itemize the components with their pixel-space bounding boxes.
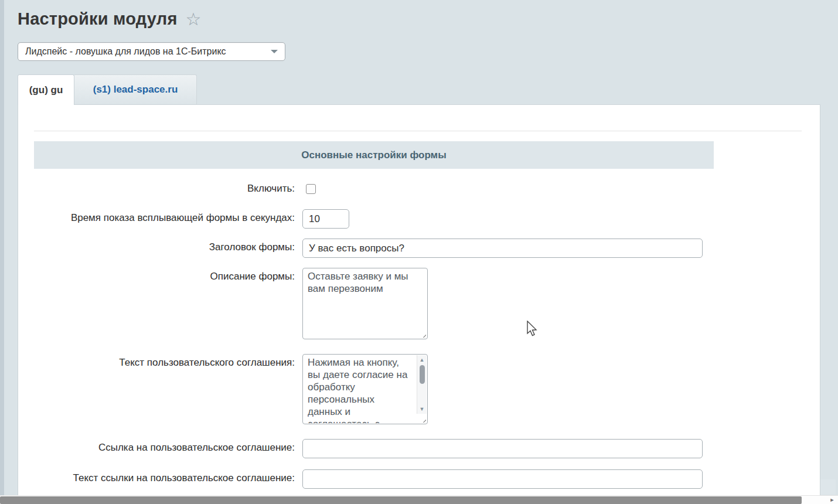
agreement-link-input[interactable] bbox=[302, 439, 703, 458]
dropdown-arrow-icon bbox=[271, 50, 278, 53]
resize-grip-icon[interactable] bbox=[420, 332, 426, 338]
agreement-link-text-label: Текст ссылки на пользовательское соглаше… bbox=[18, 469, 302, 484]
horizontal-scrollbar-thumb[interactable] bbox=[0, 496, 802, 504]
form-row-description: Описание формы: Оставьте заявку и мы вам… bbox=[18, 268, 820, 339]
settings-form: Включить: Время показа всплывающей формы… bbox=[18, 180, 820, 489]
scroll-up-icon[interactable]: ▲ bbox=[417, 355, 427, 365]
page-header: Настройки модуля ☆ bbox=[18, 9, 201, 29]
show-time-input[interactable] bbox=[302, 209, 349, 229]
scrollbar-thumb[interactable] bbox=[420, 365, 425, 384]
settings-panel: Основные настройки формы Включить: Время… bbox=[18, 104, 820, 495]
left-edge-strip bbox=[0, 0, 4, 495]
form-row-agreement-link-text: Текст ссылки на пользовательское соглаше… bbox=[18, 469, 820, 489]
form-row-agreement-text: Текст пользовательского соглашения: Нажи… bbox=[18, 354, 820, 424]
enable-checkbox[interactable] bbox=[306, 184, 316, 194]
agreement-textarea[interactable]: Нажимая на кнопку, вы даете согласие на … bbox=[302, 354, 428, 424]
scroll-down-icon[interactable]: ▼ bbox=[417, 404, 427, 414]
description-textarea[interactable]: Оставьте заявку и мы вам перезвоним bbox=[302, 268, 428, 339]
tab-lead-space[interactable]: (s1) lead-space.ru bbox=[74, 74, 197, 104]
form-row-agreement-link: Ссылка на пользовательское соглашение: bbox=[18, 439, 820, 458]
section-header: Основные настройки формы bbox=[34, 141, 714, 169]
form-title-input[interactable] bbox=[302, 239, 703, 258]
agreement-text-label: Текст пользовательского соглашения: bbox=[18, 354, 302, 369]
module-select-dropdown[interactable]: Лидспейс - ловушка для лидов на 1С-Битри… bbox=[18, 42, 285, 61]
agreement-text: Нажимая на кнопку, вы даете согласие на … bbox=[308, 356, 415, 423]
horizontal-scrollbar[interactable]: ► bbox=[0, 495, 838, 504]
site-tabs: (gu) gu (s1) lead-space.ru bbox=[18, 74, 197, 104]
description-text: Оставьте заявку и мы вам перезвоним bbox=[308, 270, 415, 338]
favorite-star-icon[interactable]: ☆ bbox=[186, 9, 202, 29]
form-row-show-time: Время показа всплывающей формы в секунда… bbox=[18, 209, 820, 229]
description-label: Описание формы: bbox=[18, 268, 302, 282]
scrollbar-track[interactable] bbox=[417, 365, 427, 404]
top-divider bbox=[34, 131, 802, 131]
scroll-right-icon[interactable]: ► bbox=[827, 496, 837, 504]
form-row-enable: Включить: bbox=[18, 180, 820, 199]
scroll-corner bbox=[820, 479, 836, 495]
agreement-link-label: Ссылка на пользовательское соглашение: bbox=[18, 439, 302, 454]
module-select-value: Лидспейс - ловушка для лидов на 1С-Битри… bbox=[25, 46, 266, 57]
agreement-link-text-input[interactable] bbox=[302, 469, 703, 489]
textarea-vertical-scrollbar: ▲ ▼ bbox=[417, 355, 427, 414]
show-time-label: Время показа всплывающей формы в секунда… bbox=[18, 209, 302, 224]
tab-lead-space-label: (s1) lead-space.ru bbox=[93, 84, 178, 96]
tab-gu-label: (gu) gu bbox=[29, 84, 63, 96]
form-title-label: Заголовок формы: bbox=[18, 239, 302, 253]
enable-label: Включить: bbox=[18, 180, 302, 195]
tab-gu[interactable]: (gu) gu bbox=[18, 74, 74, 105]
resize-grip-icon[interactable] bbox=[420, 417, 426, 423]
form-row-form-title: Заголовок формы: bbox=[18, 239, 820, 258]
page-title: Настройки модуля bbox=[18, 9, 178, 29]
